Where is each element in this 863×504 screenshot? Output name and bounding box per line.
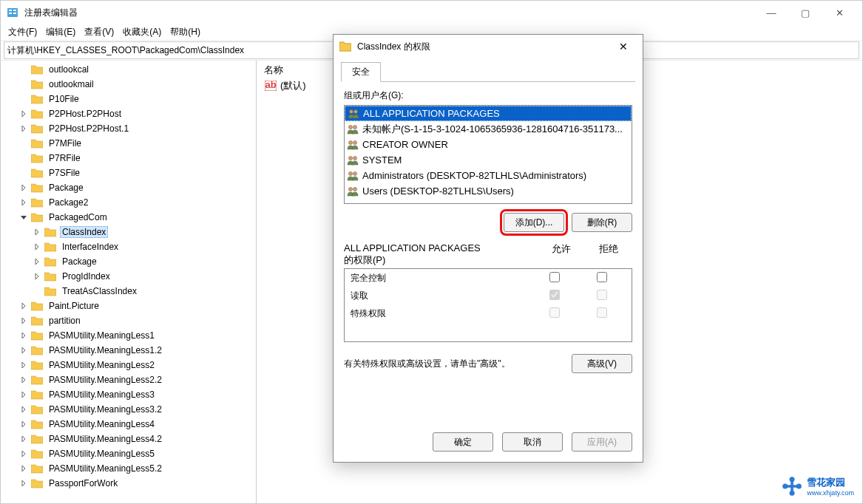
svg-point-16: [353, 171, 357, 175]
chevron-down-icon[interactable]: [18, 214, 29, 220]
tree-item[interactable]: partition: [1, 313, 256, 328]
user-list-item[interactable]: ALL APPLICATION PACKAGES: [345, 106, 632, 121]
tree-item-label: PASMUtility.MeaningLess1: [47, 330, 157, 341]
svg-point-14: [353, 156, 357, 160]
tree-item[interactable]: outlookmail: [1, 77, 256, 92]
tree-item[interactable]: outlookcal: [1, 62, 256, 77]
chevron-right-icon[interactable]: [32, 259, 42, 265]
chevron-right-icon[interactable]: [18, 406, 29, 412]
tree-item[interactable]: P7RFile: [1, 151, 256, 166]
regedit-icon: [7, 7, 18, 18]
close-button[interactable]: ✕: [822, 1, 856, 24]
cancel-button[interactable]: 取消: [502, 432, 563, 452]
permission-row: 完全控制: [345, 269, 632, 287]
menu-edit[interactable]: 编辑(E): [41, 24, 80, 40]
tree-item[interactable]: PASMUtility.MeaningLess3: [1, 387, 256, 402]
tree-item[interactable]: Package: [1, 180, 256, 195]
chevron-right-icon[interactable]: [32, 229, 42, 235]
minimize-button[interactable]: —: [754, 1, 788, 24]
tree-item[interactable]: P7MFile: [1, 136, 256, 151]
chevron-right-icon[interactable]: [18, 421, 29, 427]
user-list-item-label: Administrators (DESKTOP-82TLHLS\Administ…: [362, 170, 586, 181]
dialog-titlebar[interactable]: ClassIndex 的权限 ✕: [334, 35, 643, 58]
chevron-right-icon[interactable]: [18, 466, 29, 471]
tree-pane[interactable]: outlookcaloutlookmailP10FileP2PHost.P2PH…: [1, 61, 257, 503]
dialog-close-button[interactable]: ✕: [610, 35, 637, 58]
column-name[interactable]: 名称: [264, 64, 283, 77]
folder-icon: [30, 168, 44, 178]
tree-item[interactable]: P2PHost.P2PHost.1: [1, 121, 256, 136]
permissions-dialog: ClassIndex 的权限 ✕ 安全 组或用户名(G): ALL APPLIC…: [333, 34, 643, 463]
user-list-item[interactable]: Users (DESKTOP-82TLHLS\Users): [345, 183, 632, 199]
advanced-button[interactable]: 高级(V): [572, 354, 632, 373]
user-list-item[interactable]: 未知帐户(S-1-15-3-1024-1065365936-1281604716…: [345, 121, 632, 137]
tree-item[interactable]: PASMUtility.MeaningLess2: [1, 358, 256, 372]
advanced-text: 有关特殊权限或高级设置，请单击"高级"。: [344, 358, 572, 370]
tree-item[interactable]: ClassIndex: [1, 225, 256, 239]
tree-item[interactable]: Package2: [1, 195, 256, 210]
tree-item[interactable]: PASMUtility.MeaningLess4: [1, 417, 256, 432]
tree-item[interactable]: PASMUtility.MeaningLess4.2: [1, 432, 256, 446]
chevron-right-icon[interactable]: [18, 480, 29, 486]
chevron-right-icon[interactable]: [18, 347, 29, 353]
user-list[interactable]: ALL APPLICATION PACKAGES未知帐户(S-1-15-3-10…: [344, 105, 632, 204]
chevron-right-icon[interactable]: [18, 200, 29, 205]
svg-point-15: [349, 171, 353, 175]
tree-item[interactable]: Package: [1, 254, 256, 269]
tree-item[interactable]: P7SFile: [1, 166, 256, 180]
tree-item[interactable]: P10File: [1, 92, 256, 106]
menu-favorites[interactable]: 收藏夹(A): [118, 24, 166, 40]
user-list-item[interactable]: Administrators (DESKTOP-82TLHLS\Administ…: [345, 168, 632, 183]
apply-button[interactable]: 应用(A): [572, 432, 632, 452]
menu-help[interactable]: 帮助(H): [166, 24, 205, 40]
chevron-right-icon[interactable]: [18, 377, 29, 383]
tree-item[interactable]: PackagedCom: [1, 210, 256, 225]
user-list-item[interactable]: SYSTEM: [345, 152, 632, 168]
dialog-footer: 确定 取消 应用(A): [334, 425, 643, 462]
folder-icon: [30, 464, 44, 474]
tree-item-label: Package2: [47, 197, 90, 208]
menu-file[interactable]: 文件(F): [4, 24, 41, 40]
menu-view[interactable]: 查看(V): [80, 24, 118, 40]
chevron-right-icon[interactable]: [18, 185, 29, 191]
tree-item[interactable]: Paint.Picture: [1, 299, 256, 313]
chevron-right-icon[interactable]: [18, 392, 29, 398]
tree-item[interactable]: PASMUtility.MeaningLess1.2: [1, 343, 256, 358]
tree-item[interactable]: PASMUtility.MeaningLess5: [1, 446, 256, 461]
tabstrip: 安全: [341, 61, 635, 82]
remove-button[interactable]: 删除(R): [572, 213, 632, 232]
add-button[interactable]: 添加(D)...: [504, 213, 564, 232]
tree-item[interactable]: TreatAsClassIndex: [1, 284, 256, 299]
tree-item-label: Package: [47, 182, 86, 194]
chevron-right-icon[interactable]: [18, 111, 29, 117]
chevron-right-icon[interactable]: [32, 244, 42, 250]
chevron-right-icon[interactable]: [18, 126, 29, 132]
permissions-table: 完全控制读取特殊权限: [344, 268, 632, 342]
allow-checkbox[interactable]: [549, 272, 560, 282]
user-list-item[interactable]: CREATOR OWNER: [345, 137, 632, 152]
ok-button[interactable]: 确定: [433, 432, 493, 452]
tree-item[interactable]: PASMUtility.MeaningLess5.2: [1, 461, 256, 476]
window-title: 注册表编辑器: [24, 7, 754, 19]
chevron-right-icon[interactable]: [18, 451, 29, 457]
chevron-right-icon[interactable]: [18, 362, 29, 368]
tab-security[interactable]: 安全: [341, 62, 381, 82]
chevron-right-icon[interactable]: [18, 436, 29, 442]
tree-item[interactable]: PassportForWork: [1, 476, 256, 491]
maximize-button[interactable]: ▢: [788, 1, 822, 24]
chevron-right-icon[interactable]: [18, 303, 29, 309]
tree-item[interactable]: PASMUtility.MeaningLess3.2: [1, 402, 256, 417]
tree-item[interactable]: P2PHost.P2PHost: [1, 106, 256, 121]
chevron-right-icon[interactable]: [18, 318, 29, 324]
chevron-right-icon[interactable]: [32, 273, 42, 279]
tree-item[interactable]: PASMUtility.MeaningLess1: [1, 328, 256, 343]
chevron-right-icon[interactable]: [18, 333, 29, 338]
tree-item[interactable]: ProgIdIndex: [1, 269, 256, 284]
permission-row: 读取: [345, 287, 632, 304]
user-list-item-label: 未知帐户(S-1-15-3-1024-1065365936-1281604716…: [362, 123, 623, 136]
folder-icon: [30, 80, 44, 89]
permission-name: 完全控制: [351, 272, 531, 285]
tree-item[interactable]: PASMUtility.MeaningLess2.2: [1, 372, 256, 387]
tree-item[interactable]: InterfaceIndex: [1, 239, 256, 254]
deny-checkbox[interactable]: [597, 272, 607, 282]
